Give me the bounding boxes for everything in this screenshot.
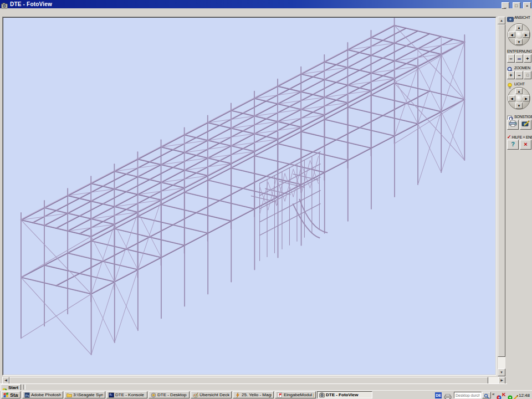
view-camera-icon bbox=[507, 14, 514, 21]
task-label: Übersicht Deck1 - Paint bbox=[200, 392, 229, 397]
sonstiges-label: SONSTIGES bbox=[514, 115, 532, 119]
light-dpad-center bbox=[516, 95, 523, 103]
hilfe-header: ✓ HILFE + ENDE bbox=[507, 134, 532, 140]
sonstiges-header: SONSTIGES bbox=[507, 114, 532, 120]
zoomen-header: ZOOMEN bbox=[507, 65, 530, 71]
camera-pen-icon bbox=[521, 120, 530, 127]
start-tab-label: Start bbox=[8, 385, 18, 390]
task-paint[interactable]: Übersicht Deck1 - Paint bbox=[191, 391, 232, 398]
screen: DTE - FotoView _ □ × ▲ ▼ ◀ ▶ ANSICHT bbox=[0, 0, 532, 399]
ansicht-label: ANSICHT bbox=[514, 16, 530, 19]
task-media-player[interactable]: 25. Yello - Magneto - Wi... bbox=[233, 391, 274, 398]
start-button[interactable]: Start bbox=[1, 391, 21, 398]
light-left-button[interactable]: ◀ bbox=[508, 95, 515, 101]
tray-k-icon[interactable]: K bbox=[502, 392, 507, 397]
magnifier-page-icon bbox=[507, 114, 514, 120]
paint-palette-icon bbox=[193, 392, 198, 398]
light-dpad: ▲ ▼ ◀ ▶ bbox=[508, 87, 530, 110]
zoom-window-button[interactable]: □ bbox=[524, 71, 531, 79]
photoshop-icon: Ps bbox=[24, 392, 30, 398]
entfernung-label: ENTFERNUNG bbox=[507, 49, 532, 53]
magnifier-icon bbox=[507, 65, 514, 71]
tray-pen-icon[interactable] bbox=[513, 392, 518, 397]
scroll-up-icon[interactable]: ▲ bbox=[498, 17, 505, 24]
titlebar: DTE - FotoView _ □ × bbox=[0, 0, 532, 8]
flag-page-icon bbox=[277, 392, 283, 398]
task-label: DTE - Konsole bbox=[115, 392, 144, 397]
task-label: Adobe Photoshop CS3 E... bbox=[31, 392, 61, 397]
desktop-search-input[interactable] bbox=[454, 392, 482, 398]
view-left-button[interactable]: ◀ bbox=[508, 32, 515, 38]
light-down-button[interactable]: ▼ bbox=[515, 103, 523, 109]
pinwheel-icon bbox=[2, 385, 7, 390]
model-viewport[interactable] bbox=[2, 17, 497, 376]
exit-button[interactable]: × bbox=[520, 140, 531, 150]
task-fotoview-active[interactable]: DTE - FotoView bbox=[317, 391, 372, 398]
lightbulb-icon bbox=[507, 81, 514, 87]
check-icon: ✓ bbox=[507, 134, 511, 140]
distance-minus-button[interactable]: − bbox=[507, 54, 515, 63]
console-icon bbox=[109, 392, 114, 398]
view-dpad-center bbox=[516, 32, 523, 39]
search-button[interactable] bbox=[482, 392, 491, 398]
search-icon bbox=[484, 392, 489, 398]
status-divider bbox=[23, 385, 25, 390]
task-explorer-folder[interactable]: 3:\Seagate Sync\SyncRe... bbox=[64, 391, 105, 398]
tray-printer-icon[interactable] bbox=[444, 392, 452, 398]
svg-text:Ps: Ps bbox=[25, 393, 29, 397]
lightning-icon bbox=[235, 392, 241, 398]
zoom-in-button[interactable]: + bbox=[507, 71, 515, 79]
folder-icon bbox=[66, 392, 72, 398]
binoculars-icon: ∞ bbox=[518, 56, 521, 62]
taskbar: Start Ps Adobe Photoshop CS3 E... 3:\Sea… bbox=[0, 390, 532, 399]
hilfe-label: HILFE + ENDE bbox=[512, 135, 532, 139]
tray-green-icon[interactable] bbox=[508, 392, 513, 397]
task-label: 25. Yello - Magneto - Wi... bbox=[242, 392, 272, 397]
light-up-button[interactable]: ▲ bbox=[515, 88, 523, 94]
tray-ball-icon[interactable] bbox=[497, 392, 502, 397]
printer-icon bbox=[509, 120, 517, 127]
entfernung-header: ENTFERNUNG bbox=[507, 49, 532, 53]
vertical-scroll-thumb[interactable] bbox=[498, 24, 505, 357]
windows-logo-icon bbox=[3, 392, 9, 398]
window-title: DTE - FotoView bbox=[10, 1, 501, 7]
task-label: 3:\Seagate Sync\SyncRe... bbox=[73, 392, 103, 397]
gear-globe-icon bbox=[151, 392, 156, 398]
photo-settings-button[interactable] bbox=[520, 120, 531, 130]
distance-plus-button[interactable]: + bbox=[524, 54, 531, 63]
task-dte-desktop[interactable]: DTE - Desktop Engineeri... bbox=[149, 391, 190, 398]
task-label: DTE - Desktop Engineeri... bbox=[157, 392, 187, 397]
tray-overflow-chevron[interactable]: « bbox=[492, 392, 494, 397]
view-right-button[interactable]: ▶ bbox=[523, 32, 530, 38]
taskbar-clock[interactable]: 12:48 bbox=[519, 393, 530, 398]
question-icon: ? bbox=[511, 141, 515, 147]
print-button[interactable] bbox=[507, 120, 519, 130]
model-wireframe bbox=[3, 18, 495, 375]
exit-cross-icon: × bbox=[524, 141, 527, 147]
view-down-button[interactable]: ▼ bbox=[515, 39, 523, 45]
camera-icon bbox=[319, 392, 325, 398]
view-up-button[interactable]: ▲ bbox=[515, 24, 523, 30]
language-indicator[interactable]: DE bbox=[435, 392, 442, 398]
tool-panel: ANSICHT ▲ ▼ ◀ ▶ ENTFERNUNG − ∞ + ZOOMEN … bbox=[506, 8, 532, 390]
start-button-label: Start bbox=[10, 392, 18, 398]
view-dpad: ▲ ▼ ◀ ▶ bbox=[508, 23, 530, 46]
zoom-out-button[interactable]: − bbox=[515, 71, 523, 79]
task-dte-konsole[interactable]: DTE - Konsole bbox=[106, 391, 147, 398]
help-button[interactable]: ? bbox=[507, 140, 519, 150]
task-eingabemodul[interactable]: EingabeModul [Parkdeck... bbox=[275, 391, 316, 398]
licht-label: LICHT bbox=[514, 82, 525, 86]
distance-fit-button[interactable]: ∞ bbox=[515, 54, 523, 63]
licht-header: LICHT bbox=[507, 81, 525, 87]
ansicht-header: ANSICHT bbox=[507, 14, 530, 21]
task-photoshop[interactable]: Ps Adobe Photoshop CS3 E... bbox=[22, 391, 63, 398]
camera-icon bbox=[1, 1, 8, 7]
light-right-button[interactable]: ▶ bbox=[523, 95, 530, 101]
scroll-down-icon[interactable]: ▼ bbox=[498, 369, 505, 376]
model-canvas[interactable] bbox=[3, 17, 496, 375]
vertical-scrollbar[interactable]: ▲ ▼ bbox=[498, 17, 505, 376]
task-label: DTE - FotoView bbox=[326, 392, 359, 397]
task-label: EingabeModul [Parkdeck... bbox=[284, 392, 314, 397]
zoomen-label: ZOOMEN bbox=[514, 66, 530, 70]
